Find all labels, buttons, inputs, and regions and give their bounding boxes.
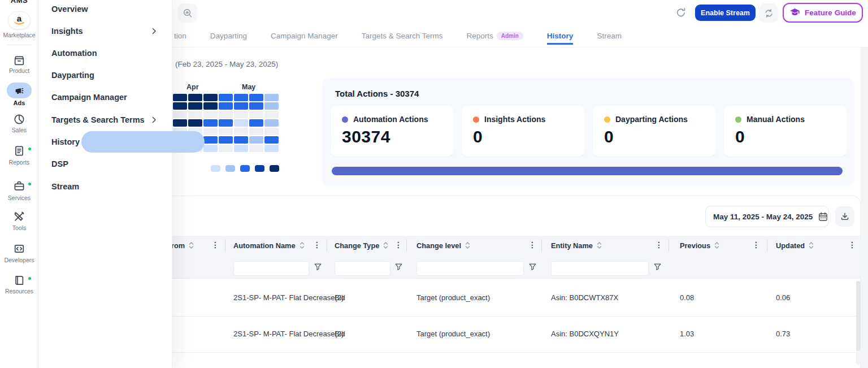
column-header-updated[interactable]: Updated: [776, 240, 814, 251]
briefcase-icon[interactable]: [13, 180, 25, 192]
heatmap-cell: [234, 94, 248, 101]
column-header-change-level[interactable]: Change level: [416, 240, 470, 251]
legend-swatch: [255, 165, 264, 172]
heatmap-cell: [249, 111, 263, 118]
calendar-icon: [818, 212, 828, 222]
flyout-item-dsp[interactable]: DSP: [51, 159, 68, 169]
date-range-picker[interactable]: May 11, 2025 - May 24, 2025: [705, 206, 829, 227]
cell-entity-name: Asin: B0DCWTX87X: [551, 280, 618, 316]
pie-chart-icon[interactable]: [13, 113, 25, 125]
total-actions-title: Total Actions - 30374: [335, 89, 419, 98]
column-menu-icon[interactable]: [394, 240, 400, 249]
tab-dayparting[interactable]: Dayparting: [210, 28, 247, 44]
column-header-previous[interactable]: Previous: [680, 240, 719, 251]
column-header-automation-name[interactable]: Automation Name: [233, 240, 305, 251]
tab-reports[interactable]: Reports Admin: [466, 28, 523, 44]
column-header-change-type[interactable]: Change Type: [335, 240, 388, 251]
column-divider: [327, 239, 327, 252]
filter-funnel-icon[interactable]: [314, 263, 322, 271]
card-automation-actions: Automation Actions 30374: [331, 106, 454, 157]
tab-campaign-manager[interactable]: Campaign Manager: [271, 28, 338, 44]
cell-previous: 0.08: [680, 280, 694, 316]
sync-stream-button[interactable]: [759, 3, 778, 23]
flyout-item-overview[interactable]: Overview: [51, 4, 88, 14]
heatmap-cell: [203, 94, 218, 101]
flyout-item-campaign-manager[interactable]: Campaign Manager: [51, 92, 127, 102]
column-header-entity-name[interactable]: Entity Name: [551, 240, 602, 251]
cell-change-type: Bid: [335, 280, 345, 316]
filter-input-entity-name[interactable]: [551, 261, 649, 276]
tab-automation-cut[interactable]: tion: [174, 28, 186, 44]
app-root: Enable Stream Feature Guide tion Daypart…: [0, 0, 868, 368]
heatmap-cell: [219, 145, 233, 152]
column-menu-icon[interactable]: [848, 240, 854, 249]
heatmap-cell: [234, 102, 248, 110]
column-menu-icon[interactable]: [528, 240, 534, 249]
table-scrollbar-thumb[interactable]: [856, 281, 861, 351]
column-menu-icon[interactable]: [313, 240, 319, 249]
sidebar-label-marketplace: Marketplace: [0, 32, 38, 38]
column-menu-icon[interactable]: [655, 240, 661, 249]
flyout-item-targets-search-terms[interactable]: Targets & Search Terms: [51, 115, 145, 125]
flyout-item-automation[interactable]: Automation: [51, 48, 97, 58]
heatmap-cell: [203, 145, 218, 152]
filter-funnel-icon[interactable]: [654, 263, 661, 271]
flyout-item-insights[interactable]: Insights: [51, 26, 83, 36]
tab-stream[interactable]: Stream: [597, 28, 622, 44]
heatmap-cell: [249, 136, 263, 144]
heatmap-cell: [264, 128, 279, 135]
book-icon[interactable]: [13, 274, 25, 287]
product-box-icon[interactable]: [13, 54, 25, 67]
services-notification-dot: [28, 183, 31, 185]
cell-entity-name: Asin: B0DCXQYN1Y: [551, 316, 619, 352]
page-background-strip: [861, 47, 868, 368]
column-header-changed-from[interactable]: rom: [171, 240, 194, 251]
sidebar-item-marketplace[interactable]: a: [8, 11, 31, 29]
flyout-item-stream[interactable]: Stream: [51, 181, 79, 192]
download-button[interactable]: [835, 206, 854, 227]
heatmap-cell: [234, 145, 248, 152]
heatmap-cell: [203, 136, 218, 144]
cell-automation-name: 2S1-SP- M-PAT- Flat Decrease(2): [233, 316, 344, 352]
feature-guide-button[interactable]: Feature Guide: [783, 3, 863, 23]
filter-input-automation-name[interactable]: [233, 261, 309, 276]
insights-dot-icon: [473, 116, 479, 123]
sidebar-divider: [6, 45, 32, 45]
heatmap-month-apr: Apr: [186, 83, 199, 91]
filter-input-change-type[interactable]: [335, 261, 390, 276]
filter-input-change-level[interactable]: [416, 261, 524, 276]
graduation-cap-icon: [789, 8, 800, 18]
card-value: 0: [473, 127, 483, 146]
card-value: 30374: [342, 127, 390, 146]
legend-swatch: [225, 165, 235, 172]
flyout-item-dayparting[interactable]: Dayparting: [51, 70, 94, 80]
card-value: 0: [735, 127, 745, 146]
filter-funnel-icon[interactable]: [395, 263, 402, 271]
sidebar-item-ads-active[interactable]: [7, 83, 32, 98]
sidebar-label-resources: Resources: [0, 288, 38, 295]
column-divider: [406, 239, 407, 252]
chevron-right-icon: [152, 28, 157, 34]
admin-badge: Admin: [497, 32, 523, 40]
filter-funnel-icon[interactable]: [529, 263, 536, 271]
heatmap-legend: [211, 165, 279, 172]
tab-history[interactable]: History: [547, 28, 574, 45]
card-insights-actions: Insights Actions 0: [462, 106, 585, 157]
refresh-icon[interactable]: [676, 7, 686, 18]
heatmap-cell: [264, 94, 279, 101]
crossed-tools-icon[interactable]: [13, 210, 25, 223]
enable-stream-button[interactable]: Enable Stream: [695, 5, 756, 21]
code-box-icon[interactable]: [13, 243, 25, 255]
report-document-icon[interactable]: [13, 145, 25, 157]
search-analytics-button[interactable]: [178, 3, 197, 23]
heatmap-cell: [173, 94, 187, 101]
tab-targets-search-terms[interactable]: Targets & Search Terms: [362, 28, 443, 44]
heatmap-cell: [219, 94, 233, 101]
column-menu-icon[interactable]: [211, 240, 217, 249]
legend-swatch: [211, 165, 220, 172]
cell-updated: 0.73: [776, 316, 790, 352]
flyout-item-history[interactable]: History: [51, 137, 80, 147]
column-menu-icon[interactable]: [752, 240, 758, 249]
heatmap-cell: [188, 94, 202, 101]
heatmap-cell: [188, 102, 202, 110]
